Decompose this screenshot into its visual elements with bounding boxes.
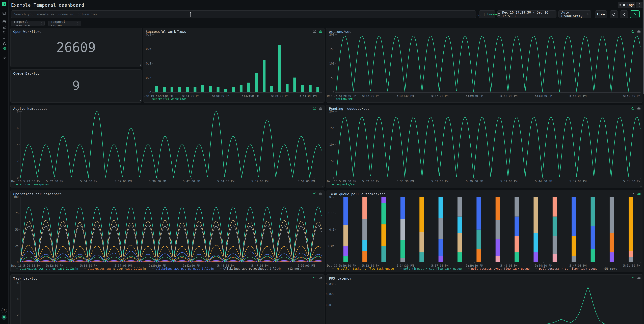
svg-text:5:42:00 PM: 5:42:00 PM bbox=[183, 264, 200, 267]
header-menu-button[interactable] bbox=[636, 2, 643, 8]
filter-button[interactable] bbox=[620, 10, 628, 18]
resize-handle[interactable] bbox=[640, 270, 642, 271]
legend-item[interactable]: — no_poller_tasks ..-flow-task-queue bbox=[332, 267, 394, 270]
chart-type-toggle bbox=[312, 107, 322, 110]
svg-text:150: 150 bbox=[329, 47, 334, 51]
sql-option[interactable]: SQL bbox=[476, 12, 481, 16]
resize-handle[interactable] bbox=[139, 64, 140, 66]
bar-chart-icon[interactable] bbox=[637, 107, 641, 110]
line-chart-icon[interactable] bbox=[631, 107, 635, 110]
gear-icon bbox=[2, 56, 6, 59]
resize-handle[interactable] bbox=[322, 100, 323, 101]
svg-text:5:44:30 PM: 5:44:30 PM bbox=[535, 180, 552, 183]
svg-text:5:42:00 PM: 5:42:00 PM bbox=[500, 180, 518, 183]
svg-text:0.1: 0.1 bbox=[329, 228, 334, 231]
line-chart-axes-icon bbox=[2, 26, 6, 29]
legend-item[interactable]: — successful workflows bbox=[149, 97, 186, 101]
sidebar-item-charts[interactable] bbox=[0, 24, 8, 30]
sidebar-item-dashboards[interactable] bbox=[0, 46, 8, 51]
scrollbar-thumb[interactable] bbox=[643, 0, 644, 94]
sidebar-item-sessions[interactable] bbox=[0, 35, 8, 40]
sidebar-collapse-button[interactable] bbox=[0, 10, 8, 16]
resize-handle[interactable] bbox=[322, 270, 323, 271]
sidebar-item-tables[interactable] bbox=[0, 19, 8, 24]
svg-text:5:47:00 PM: 5:47:00 PM bbox=[569, 264, 586, 267]
resize-handle[interactable] bbox=[640, 100, 642, 101]
live-button[interactable]: Live bbox=[595, 10, 607, 18]
svg-text:5:51:00 PM: 5:51:00 PM bbox=[298, 180, 314, 183]
granularity-select[interactable]: Auto Granularity bbox=[558, 10, 591, 18]
svg-text:5:47:00 PM: 5:47:00 PM bbox=[569, 180, 586, 183]
tag-icon bbox=[618, 3, 621, 6]
bar-chart-icon[interactable] bbox=[319, 277, 322, 280]
bar-chart-icon[interactable] bbox=[637, 192, 641, 195]
svg-text:5:51:30 PM: 5:51:30 PM bbox=[623, 94, 640, 98]
temporal-region-filter[interactable]: Temporal region bbox=[48, 21, 81, 26]
app-logo[interactable] bbox=[2, 2, 6, 6]
panel-title: Open Workflows bbox=[13, 30, 42, 34]
panel-title: Active Namespaces bbox=[13, 107, 48, 111]
sidebar-item-alerts[interactable] bbox=[0, 30, 8, 35]
svg-text:0: 0 bbox=[17, 176, 18, 180]
line-chart-icon[interactable] bbox=[312, 192, 316, 195]
bar-chart-icon[interactable] bbox=[637, 277, 641, 280]
legend-item[interactable]: — clickpipes-aws-p..outheast-2.l2c4n bbox=[84, 267, 146, 270]
line-chart-icon[interactable] bbox=[312, 107, 316, 110]
chart-legend: — action/sec bbox=[332, 97, 353, 101]
legend-item[interactable]: — poll_success_syn..-flow-task-queue bbox=[468, 267, 530, 270]
panel-successful-workflows: Successful workflows 00.20.40.60.8Dec 16… bbox=[143, 28, 324, 103]
line-chart-icon[interactable] bbox=[631, 30, 635, 33]
tags-button[interactable]: 0 Tags bbox=[618, 2, 635, 8]
legend-item[interactable]: — clickpipes-aws-p..-us-east-2.l2c4n bbox=[16, 267, 78, 270]
legend-item[interactable]: — poll_success · c..-flow-task-queue bbox=[536, 267, 597, 270]
legend-item[interactable]: — clickpipes-aws-p..outheast-2.l2c4n bbox=[220, 267, 282, 270]
bar-chart-icon[interactable] bbox=[319, 30, 322, 33]
bar-chart-icon[interactable] bbox=[637, 30, 641, 33]
legend-item[interactable]: — action/sec bbox=[332, 97, 353, 101]
resize-handle[interactable] bbox=[322, 185, 323, 187]
text-cursor bbox=[189, 12, 192, 17]
legend-more-link[interactable]: +56 more bbox=[604, 267, 617, 270]
task-backlog-chart: 432 bbox=[10, 275, 324, 324]
panel-title: Operations per namespace bbox=[13, 192, 62, 196]
legend-item[interactable]: — requests/sec bbox=[332, 183, 356, 186]
select-chevrons-icon bbox=[77, 22, 79, 25]
legend-more-link[interactable]: +12 more bbox=[288, 267, 301, 270]
legend-item[interactable]: — clickpipes-aws-p..-us-east-1.l2c4n bbox=[152, 267, 214, 270]
refresh-button[interactable] bbox=[610, 10, 618, 18]
lucene-option[interactable]: Lucene bbox=[487, 12, 499, 16]
legend-item[interactable]: — poll_timeout · c..-flow-task-queue bbox=[400, 267, 462, 270]
date-range-picker[interactable]: Dec 16 17:29:30 - Dec 16 17:51:30 bbox=[498, 10, 556, 18]
help-button[interactable]: ? bbox=[2, 308, 7, 313]
resize-handle[interactable] bbox=[640, 185, 642, 187]
line-chart-icon[interactable] bbox=[312, 30, 316, 33]
bar-chart-icon[interactable] bbox=[319, 192, 322, 195]
line-chart-icon[interactable] bbox=[312, 277, 316, 280]
line-chart-icon[interactable] bbox=[631, 192, 635, 195]
run-query-button[interactable] bbox=[630, 10, 640, 18]
svg-text:5:34:30 PM: 5:34:30 PM bbox=[80, 264, 97, 267]
svg-text:5:46:00 PM: 5:46:00 PM bbox=[271, 94, 288, 98]
sidebar-collapse-icon bbox=[2, 11, 6, 15]
sidebar-item-settings[interactable] bbox=[0, 55, 8, 60]
svg-text:75: 75 bbox=[15, 212, 18, 215]
bar-chart-icon[interactable] bbox=[319, 107, 322, 110]
svg-text:0.05: 0.05 bbox=[328, 244, 334, 248]
panel-title: Successful workflows bbox=[146, 30, 186, 34]
user-avatar[interactable]: D bbox=[2, 315, 6, 320]
svg-text:Dec 16 5:29:30 PM: Dec 16 5:29:30 PM bbox=[144, 94, 173, 98]
legend-item[interactable]: — active namespaces bbox=[16, 183, 49, 186]
svg-text:5:47:00 PM: 5:47:00 PM bbox=[251, 264, 268, 267]
panel-task-backlog: Task backlog 432 bbox=[10, 274, 324, 324]
query-language-toggle[interactable]: SQL|Lucene bbox=[479, 10, 496, 18]
svg-text:25: 25 bbox=[15, 244, 18, 248]
svg-text:Dec 16 5:29:30 PM: Dec 16 5:29:30 PM bbox=[327, 94, 356, 98]
table-icon bbox=[2, 20, 6, 23]
svg-text:5:38:00 PM: 5:38:00 PM bbox=[212, 94, 229, 98]
resize-handle[interactable] bbox=[139, 100, 140, 101]
line-chart-icon[interactable] bbox=[631, 277, 635, 280]
svg-text:5:34:30 PM: 5:34:30 PM bbox=[397, 264, 414, 267]
temporal-namespace-filter[interactable]: Temporal namespace bbox=[11, 21, 44, 26]
search-input[interactable] bbox=[11, 10, 476, 18]
sidebar-item-services-map[interactable] bbox=[0, 40, 8, 46]
